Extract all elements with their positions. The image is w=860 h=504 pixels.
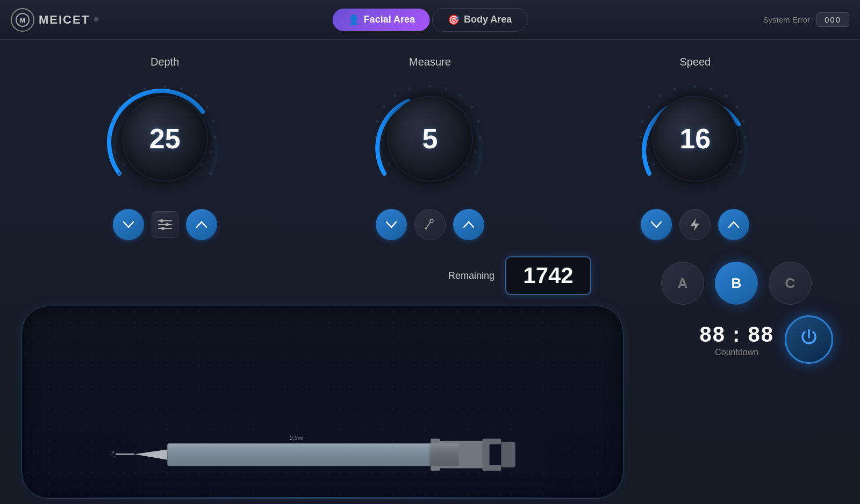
- svg-rect-85: [167, 443, 459, 466]
- svg-point-48: [744, 136, 747, 139]
- depth-knob-inner: 25: [122, 96, 208, 182]
- remaining-value: 1742: [505, 256, 591, 295]
- svg-point-6: [194, 95, 197, 97]
- speed-controls: [641, 209, 749, 240]
- speed-knob-inner: 16: [652, 96, 738, 182]
- svg-point-22: [166, 223, 169, 226]
- knobs-section: Depth // dots rendered via circle elemen…: [0, 40, 860, 251]
- svg-point-12: [122, 163, 125, 166]
- svg-rect-80: [483, 443, 490, 466]
- svg-point-13: [113, 151, 116, 154]
- system-error-label: System Error: [763, 15, 810, 24]
- svg-rect-82: [483, 465, 501, 471]
- body-icon: 🎯: [448, 14, 460, 26]
- system-error-value: 000: [816, 12, 849, 27]
- svg-point-30: [478, 136, 481, 139]
- body-area-button[interactable]: 🎯 Body Area: [432, 8, 527, 32]
- nav-right: System Error 000: [763, 12, 849, 27]
- speed-knob[interactable]: 16: [633, 77, 757, 200]
- svg-point-44: [710, 88, 713, 90]
- svg-point-28: [470, 106, 473, 109]
- logo-reg: ®: [94, 17, 98, 23]
- depth-knob-group: Depth // dots rendered via circle elemen…: [103, 56, 227, 240]
- svg-point-8: [212, 120, 214, 123]
- header: M MEICET ® 👤 Facial Area 🎯 Body Area Sys…: [0, 0, 860, 40]
- depth-decrease-button[interactable]: [113, 209, 144, 240]
- svg-point-33: [387, 163, 390, 166]
- countdown-area: 88 : 88 Countdown: [634, 315, 838, 364]
- power-button[interactable]: [785, 315, 833, 364]
- svg-point-57: [673, 88, 676, 90]
- sliders-icon: [157, 219, 173, 231]
- depth-knob[interactable]: // dots rendered via circle elements: [103, 77, 227, 200]
- svg-point-31: [474, 151, 477, 154]
- svg-point-46: [736, 106, 739, 109]
- speed-increase-button[interactable]: [718, 209, 749, 240]
- svg-point-14: [109, 136, 112, 139]
- chevron-up-icon: [196, 221, 207, 228]
- measure-knob[interactable]: 5: [368, 77, 492, 200]
- facial-area-button[interactable]: 👤 Facial Area: [333, 9, 430, 31]
- preset-c-label: C: [785, 275, 796, 292]
- svg-point-50: [730, 163, 733, 166]
- svg-point-15: [111, 120, 113, 123]
- svg-point-27: [459, 95, 462, 97]
- depth-label: Depth: [150, 56, 179, 68]
- preset-a-label: A: [678, 275, 688, 292]
- remaining-label: Remaining: [448, 270, 494, 282]
- measure-label: Measure: [409, 56, 451, 68]
- svg-point-29: [477, 120, 479, 123]
- svg-point-16: [117, 106, 120, 109]
- syringe-track: 2.5ml: [22, 306, 624, 499]
- preset-b-label: B: [732, 275, 742, 292]
- svg-rect-81: [483, 438, 501, 444]
- abc-buttons: A B C: [634, 256, 838, 305]
- body-area-label: Body Area: [464, 14, 512, 25]
- svg-point-26: [445, 88, 447, 90]
- logo: M MEICET ®: [11, 8, 98, 32]
- syringe-area: Remaining 1742: [22, 251, 624, 504]
- depth-controls: [113, 209, 217, 240]
- svg-point-35: [374, 136, 377, 139]
- countdown-value: 88 : 88: [699, 322, 774, 347]
- svg-text:M: M: [20, 17, 25, 24]
- measure-controls: [376, 209, 484, 240]
- speed-settings-icon[interactable]: [679, 209, 711, 240]
- preset-a-button[interactable]: A: [661, 262, 704, 305]
- measure-settings-icon[interactable]: [414, 209, 446, 240]
- svg-marker-58: [691, 218, 699, 231]
- measure-knob-group: Measure: [368, 56, 492, 240]
- depth-increase-button[interactable]: [186, 209, 217, 240]
- svg-point-4: [163, 85, 166, 88]
- svg-point-34: [378, 151, 381, 154]
- svg-point-37: [382, 106, 385, 109]
- svg-point-25: [428, 85, 431, 88]
- chevron-down-icon: [651, 221, 662, 228]
- lightning-icon: [689, 218, 701, 232]
- depth-value: 25: [149, 123, 181, 155]
- remaining-row: Remaining 1742: [22, 251, 624, 300]
- countdown-label: Countdown: [699, 348, 774, 357]
- preset-c-button[interactable]: C: [769, 262, 812, 305]
- svg-text:2.5ml: 2.5ml: [290, 435, 304, 441]
- speed-knob-group: Speed: [633, 56, 757, 240]
- measure-decrease-button[interactable]: [376, 209, 407, 240]
- main-content: Depth // dots rendered via circle elemen…: [0, 40, 860, 504]
- chevron-down-icon: [386, 221, 397, 228]
- svg-point-43: [694, 85, 697, 88]
- svg-point-66: [110, 451, 111, 452]
- measure-increase-button[interactable]: [453, 209, 484, 240]
- svg-point-47: [742, 120, 745, 123]
- svg-point-17: [128, 95, 131, 97]
- measure-knob-inner: 5: [387, 96, 473, 182]
- svg-point-10: [209, 151, 212, 154]
- depth-settings-icon[interactable]: [152, 211, 178, 238]
- svg-line-41: [426, 222, 431, 228]
- svg-point-65: [114, 456, 115, 457]
- preset-b-button[interactable]: B: [715, 262, 758, 305]
- speed-decrease-button[interactable]: [641, 209, 672, 240]
- svg-point-5: [180, 88, 182, 90]
- svg-point-64: [111, 454, 112, 455]
- right-panel: A B C 88 : 88 Countdown: [634, 251, 838, 504]
- measure-value: 5: [422, 123, 438, 155]
